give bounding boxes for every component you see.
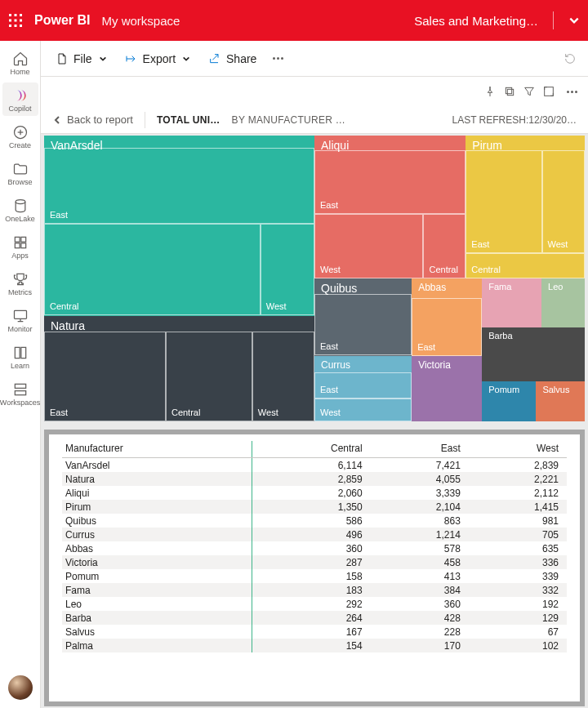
copy-icon[interactable] — [503, 85, 516, 98]
tm-fama[interactable]: Fama — [482, 278, 541, 327]
file-menu[interactable]: File — [49, 49, 114, 69]
nav-monitor[interactable]: Monitor — [2, 303, 38, 336]
app-header: Power BI My workspace Sales and Marketin… — [0, 0, 588, 41]
nav-learn[interactable]: Learn — [2, 340, 38, 373]
crumb-total-units[interactable]: TOTAL UNI… — [157, 114, 220, 126]
svg-rect-19 — [15, 391, 25, 395]
filter-icon[interactable] — [523, 85, 536, 98]
share-label: Share — [226, 52, 256, 65]
nav-copilot[interactable]: Copilot — [2, 82, 38, 116]
cell-value: 705 — [469, 528, 567, 541]
tm-salvus[interactable]: Salvus — [536, 381, 585, 421]
report-dropdown-icon[interactable] — [568, 15, 580, 26]
nav-browse[interactable]: Browse — [2, 156, 38, 189]
reset-icon — [564, 52, 577, 65]
tm-currus[interactable]: Currus East West — [314, 356, 412, 422]
tm-pomum[interactable]: Pomum — [482, 381, 536, 421]
tm-pirum-west: West — [548, 239, 568, 249]
user-avatar[interactable] — [8, 675, 33, 700]
trophy-icon — [12, 271, 29, 287]
cell-value: 339 — [469, 569, 567, 583]
back-to-report[interactable]: Back to report — [52, 114, 133, 126]
table-row[interactable]: Salvus16722867 — [62, 625, 567, 639]
header-divider — [553, 11, 554, 29]
row-label: Currus — [62, 528, 252, 541]
more-actions[interactable] — [268, 54, 287, 63]
svg-rect-16 — [20, 243, 25, 248]
workspace-name[interactable]: My workspace — [101, 14, 180, 28]
tm-leo-title: Leo — [548, 282, 581, 292]
matrix-col-central[interactable]: Central — [252, 441, 371, 458]
svg-rect-17 — [14, 310, 26, 318]
svg-rect-22 — [507, 89, 513, 95]
table-row[interactable]: Aliqui2,0603,3392,112 — [62, 486, 567, 500]
nav-workspaces[interactable]: Workspaces — [2, 376, 38, 410]
matrix-col-west[interactable]: West — [469, 441, 567, 458]
cell-value: 496 — [252, 528, 371, 541]
product-name[interactable]: Power BI — [34, 13, 90, 28]
cell-value: 384 — [371, 583, 469, 597]
row-label: VanArsdel — [62, 458, 252, 473]
export-menu[interactable]: Export — [118, 49, 197, 69]
reset-button[interactable] — [560, 49, 580, 69]
share-button[interactable]: Share — [202, 49, 263, 69]
pin-icon[interactable] — [483, 85, 497, 98]
tm-pomum-title: Pomum — [488, 385, 532, 394]
table-row[interactable]: VanArsdel6,1147,4212,839 — [62, 458, 567, 473]
svg-rect-7 — [15, 24, 17, 27]
svg-rect-1 — [15, 14, 17, 16]
tm-abbas[interactable]: Abbas East — [412, 278, 482, 356]
tm-vanarsdel-central: Central — [50, 301, 78, 311]
tm-salvus-title: Salvus — [542, 385, 581, 394]
crumb-by-manufacturer[interactable]: BY MANUFACTURER … — [232, 114, 363, 126]
table-row[interactable]: Abbas360578635 — [62, 541, 567, 555]
table-row[interactable]: Pirum1,3502,1041,415 — [62, 500, 567, 514]
tm-leo[interactable]: Leo — [541, 278, 585, 327]
matrix-visual[interactable]: Manufacturer Central East West VanArsdel… — [44, 430, 585, 706]
nav-create[interactable]: Create — [2, 119, 38, 153]
nav-apps[interactable]: Apps — [2, 229, 38, 263]
table-row[interactable]: Pomum158413339 — [62, 569, 567, 583]
nav-metrics[interactable]: Metrics — [2, 266, 38, 300]
tm-barba[interactable]: Barba — [482, 327, 585, 382]
monitor-icon — [12, 308, 29, 324]
workspaces-icon — [12, 381, 29, 398]
nav-onelake[interactable]: OneLake — [2, 193, 38, 226]
visual-more-actions[interactable] — [562, 87, 581, 96]
cell-value: 1,415 — [469, 500, 567, 514]
table-row[interactable]: Victoria287458336 — [62, 555, 567, 569]
table-row[interactable]: Palma154170102 — [62, 639, 567, 652]
table-row[interactable]: Quibus586863981 — [62, 514, 567, 528]
treemap-visual[interactable]: VanArsdel East Central West Natura East … — [44, 136, 585, 421]
tm-natura-central: Central — [172, 407, 200, 417]
row-label: Barba — [62, 611, 252, 625]
last-refresh: LAST REFRESH:12/30/20… — [452, 114, 577, 126]
svg-rect-14 — [20, 237, 25, 242]
table-row[interactable]: Currus4961,214705 — [62, 528, 567, 541]
report-title[interactable]: Sales and Marketing… — [414, 14, 538, 28]
chevron-down-icon — [99, 55, 107, 63]
tm-natura[interactable]: Natura East Central West — [44, 316, 314, 422]
cell-value: 170 — [371, 639, 469, 652]
app-launcher-icon[interactable] — [8, 13, 23, 28]
tm-victoria[interactable]: Victoria — [412, 356, 482, 422]
matrix-col-east[interactable]: East — [371, 441, 469, 458]
folder-icon — [12, 161, 29, 177]
plus-circle-icon — [12, 124, 29, 140]
tm-aliqui[interactable]: Aliqui East West Central — [314, 136, 466, 278]
tm-quibus[interactable]: Quibus East — [314, 278, 412, 356]
table-row[interactable]: Leo292360192 — [62, 597, 567, 611]
nav-home[interactable]: Home — [2, 46, 38, 79]
table-row[interactable]: Natura2,8594,0552,221 — [62, 472, 567, 486]
matrix-table: Manufacturer Central East West VanArsdel… — [62, 441, 567, 652]
nav-home-label: Home — [10, 69, 29, 76]
table-row[interactable]: Barba264428129 — [62, 611, 567, 625]
focus-mode-icon[interactable] — [542, 85, 555, 98]
nav-browse-label: Browse — [7, 179, 32, 186]
matrix-row-header[interactable]: Manufacturer — [62, 441, 252, 458]
back-label: Back to report — [67, 114, 133, 126]
tm-vanarsdel[interactable]: VanArsdel East Central West — [44, 136, 314, 316]
table-row[interactable]: Fama183384332 — [62, 583, 567, 597]
tm-pirum-east: East — [471, 239, 489, 249]
tm-pirum[interactable]: Pirum East West Central — [466, 136, 585, 278]
